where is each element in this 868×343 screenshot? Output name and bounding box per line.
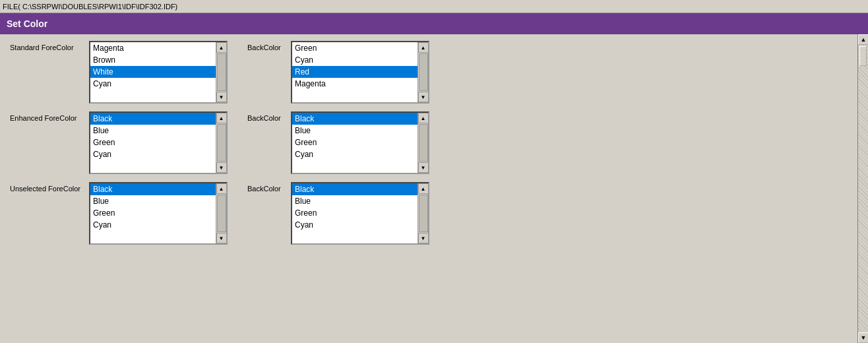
scroll-up-btn[interactable]: ▲: [418, 183, 429, 194]
list-item[interactable]: Green: [90, 207, 216, 219]
list-item[interactable]: Cyan: [90, 148, 216, 160]
list-item[interactable]: Blue: [292, 125, 418, 137]
list-item[interactable]: Black: [90, 183, 216, 195]
main-content: Standard ForeColor Magenta Brown White C…: [0, 34, 868, 343]
list-item[interactable]: Cyan: [90, 219, 216, 231]
unselected-back-list-inner: Black Blue Green Cyan: [292, 183, 418, 243]
list-item[interactable]: Black: [292, 113, 418, 125]
list-item[interactable]: Brown: [90, 54, 216, 66]
unselected-back-listbox[interactable]: Black Blue Green Cyan ▲ ▼: [291, 182, 429, 245]
unselected-row: Unselected ForeColor Black Blue Green Cy…: [10, 182, 858, 245]
standard-back-scrollbar[interactable]: ▲ ▼: [418, 42, 428, 102]
enhanced-label: Enhanced ForeColor: [10, 111, 89, 122]
unselected-fore-listbox[interactable]: Black Blue Green Cyan ▲ ▼: [89, 182, 228, 245]
title-text: FILE( C:\SSRPWI\DOUBLES\RPWI1\IDF\IDF302…: [3, 3, 177, 11]
unselected-backcolor-label: BackColor: [247, 182, 287, 193]
enhanced-fore-scrollbar[interactable]: ▲ ▼: [216, 113, 226, 173]
scroll-up-btn[interactable]: ▲: [216, 42, 227, 53]
window-scroll-up-btn[interactable]: ▲: [858, 34, 868, 45]
scroll-down-btn[interactable]: ▼: [418, 92, 429, 102]
list-item[interactable]: White: [90, 66, 216, 78]
enhanced-fore-listbox[interactable]: Black Blue Green Cyan ▲ ▼: [89, 111, 228, 174]
list-item[interactable]: Green: [292, 42, 418, 54]
standard-fore-list-inner: Magenta Brown White Cyan: [90, 42, 216, 102]
list-item[interactable]: Green: [292, 207, 418, 219]
enhanced-fore-container: Black Blue Green Cyan ▲ ▼: [89, 111, 228, 174]
unselected-back-container: Black Blue Green Cyan ▲ ▼: [291, 182, 429, 245]
scroll-up-btn[interactable]: ▲: [216, 113, 227, 123]
standard-backcolor-label: BackColor: [247, 41, 287, 51]
list-item[interactable]: Black: [90, 113, 216, 125]
list-item[interactable]: Blue: [90, 125, 216, 137]
enhanced-backcolor-label: BackColor: [247, 111, 287, 122]
unselected-fore-scrollbar[interactable]: ▲ ▼: [216, 183, 226, 243]
header-bar: Set Color: [0, 13, 868, 34]
list-item[interactable]: Magenta: [90, 42, 216, 54]
list-item[interactable]: Cyan: [90, 78, 216, 90]
scroll-thumb: [419, 53, 428, 91]
standard-back-container: Green Cyan Red Magenta ▲ ▼: [291, 41, 429, 104]
list-item[interactable]: Blue: [90, 195, 216, 207]
enhanced-back-list-inner: Black Blue Green Cyan: [292, 113, 418, 173]
unselected-fore-container: Black Blue Green Cyan ▲ ▼: [89, 182, 228, 245]
list-item[interactable]: Black: [292, 183, 418, 195]
scroll-down-btn[interactable]: ▼: [418, 162, 429, 173]
window-scroll-down-btn[interactable]: ▼: [858, 332, 868, 343]
enhanced-back-scrollbar[interactable]: ▲ ▼: [418, 113, 428, 173]
standard-label: Standard ForeColor: [10, 41, 89, 51]
enhanced-row: Enhanced ForeColor Black Blue Green Cyan…: [10, 111, 858, 174]
unselected-fore-list-inner: Black Blue Green Cyan: [90, 183, 216, 243]
list-item[interactable]: Red: [292, 66, 418, 78]
title-bar: FILE( C:\SSRPWI\DOUBLES\RPWI1\IDF\IDF302…: [0, 0, 868, 13]
standard-row: Standard ForeColor Magenta Brown White C…: [10, 41, 858, 104]
standard-fore-listbox[interactable]: Magenta Brown White Cyan ▲ ▼: [89, 41, 228, 104]
scroll-thumb: [419, 124, 428, 162]
scroll-down-btn[interactable]: ▼: [216, 233, 227, 243]
scroll-thumb: [419, 195, 428, 232]
list-item[interactable]: Cyan: [292, 54, 418, 66]
scroll-up-btn[interactable]: ▲: [216, 183, 227, 194]
scroll-down-btn[interactable]: ▼: [216, 92, 227, 102]
window-scroll-thumb[interactable]: [859, 46, 867, 66]
list-item[interactable]: Cyan: [292, 148, 418, 160]
standard-fore-container: Magenta Brown White Cyan ▲ ▼: [89, 41, 228, 104]
list-item[interactable]: Green: [292, 137, 418, 148]
window-scroll-track: [858, 45, 868, 332]
scroll-thumb: [217, 195, 226, 232]
header-title: Set Color: [7, 18, 47, 29]
enhanced-fore-list-inner: Black Blue Green Cyan: [90, 113, 216, 173]
enhanced-back-listbox[interactable]: Black Blue Green Cyan ▲ ▼: [291, 111, 429, 174]
unselected-back-scrollbar[interactable]: ▲ ▼: [418, 183, 428, 243]
scroll-up-btn[interactable]: ▲: [418, 42, 429, 53]
standard-back-listbox[interactable]: Green Cyan Red Magenta ▲ ▼: [291, 41, 429, 104]
list-item[interactable]: Blue: [292, 195, 418, 207]
standard-fore-scrollbar[interactable]: ▲ ▼: [216, 42, 226, 102]
list-item[interactable]: Cyan: [292, 219, 418, 231]
unselected-label: Unselected ForeColor: [10, 182, 89, 193]
scroll-thumb: [217, 53, 226, 91]
standard-back-list-inner: Green Cyan Red Magenta: [292, 42, 418, 102]
enhanced-back-container: Black Blue Green Cyan ▲ ▼: [291, 111, 429, 174]
scroll-up-btn[interactable]: ▲: [418, 113, 429, 123]
scroll-thumb: [217, 124, 226, 162]
scroll-down-btn[interactable]: ▼: [216, 162, 227, 173]
list-item[interactable]: Magenta: [292, 78, 418, 90]
scroll-down-btn[interactable]: ▼: [418, 233, 429, 243]
window-scrollbar[interactable]: ▲ ▼: [857, 34, 868, 343]
list-item[interactable]: Green: [90, 137, 216, 148]
